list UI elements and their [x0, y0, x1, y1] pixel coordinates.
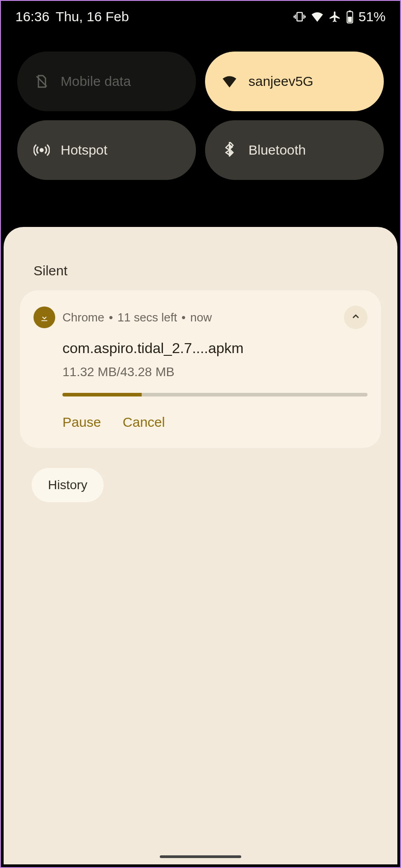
- svg-rect-2: [348, 10, 351, 12]
- separator-dot: •: [109, 311, 113, 325]
- qs-tile-label: Hotspot: [61, 142, 107, 158]
- download-icon: [33, 307, 55, 328]
- download-progress-text: 11.32 MB/43.28 MB: [62, 365, 368, 379]
- status-time: 16:36: [15, 9, 49, 24]
- nav-handle[interactable]: [160, 855, 241, 858]
- history-label: History: [48, 478, 87, 492]
- svg-rect-3: [348, 17, 352, 22]
- download-filename: com.aspiro.tidal_2.7....apkm: [62, 340, 368, 357]
- airplane-icon: [329, 10, 341, 23]
- notification-header: Chrome • 11 secs left • now: [33, 306, 368, 329]
- status-bar: 16:36 Thu, 16 Feb 51%: [1, 1, 400, 29]
- wifi-icon: [221, 73, 238, 90]
- time-remaining: 11 secs left: [118, 311, 177, 325]
- cancel-button[interactable]: Cancel: [123, 415, 165, 430]
- qs-tile-wifi[interactable]: sanjeev5G: [205, 52, 384, 111]
- wifi-icon: [310, 10, 324, 24]
- notification-shade: Silent Chrome • 11 secs left • now com.a…: [4, 227, 397, 864]
- hotspot-icon: [33, 142, 50, 158]
- notification-card[interactable]: Chrome • 11 secs left • now com.aspiro.t…: [20, 290, 381, 448]
- vibrate-icon: [293, 10, 306, 23]
- notification-actions: Pause Cancel: [62, 415, 368, 430]
- battery-percent: 51%: [358, 9, 386, 24]
- section-label-silent: Silent: [12, 245, 389, 290]
- separator-dot: •: [181, 311, 186, 325]
- svg-rect-0: [297, 13, 302, 21]
- qs-tile-hotspot[interactable]: Hotspot: [17, 120, 196, 180]
- bluetooth-icon: [221, 142, 238, 158]
- battery-icon: [346, 10, 354, 24]
- status-left: 16:36 Thu, 16 Feb: [15, 9, 129, 24]
- pause-button[interactable]: Pause: [62, 415, 101, 430]
- quick-settings-grid: Mobile data sanjeev5G Hotspot Bluetooth: [1, 29, 400, 198]
- notification-body: com.aspiro.tidal_2.7....apkm 11.32 MB/43…: [33, 329, 368, 430]
- status-right: 51%: [293, 9, 386, 24]
- svg-point-4: [40, 149, 43, 151]
- qs-tile-label: Mobile data: [61, 74, 131, 89]
- no-sim-icon: [33, 73, 50, 90]
- chevron-up-icon: [350, 311, 361, 324]
- qs-tile-bluetooth[interactable]: Bluetooth: [205, 120, 384, 180]
- svg-rect-5: [42, 320, 48, 321]
- collapse-button[interactable]: [344, 306, 368, 329]
- timestamp: now: [190, 311, 212, 325]
- app-name: Chrome: [62, 311, 104, 325]
- history-chip[interactable]: History: [32, 468, 104, 502]
- notification-meta: Chrome • 11 secs left • now: [62, 311, 337, 325]
- qs-tile-label: sanjeev5G: [248, 74, 313, 89]
- progress-fill: [62, 393, 142, 396]
- progress-bar: [62, 393, 368, 396]
- status-date: Thu, 16 Feb: [56, 9, 129, 24]
- qs-tile-mobile-data[interactable]: Mobile data: [17, 52, 196, 111]
- qs-tile-label: Bluetooth: [248, 142, 306, 158]
